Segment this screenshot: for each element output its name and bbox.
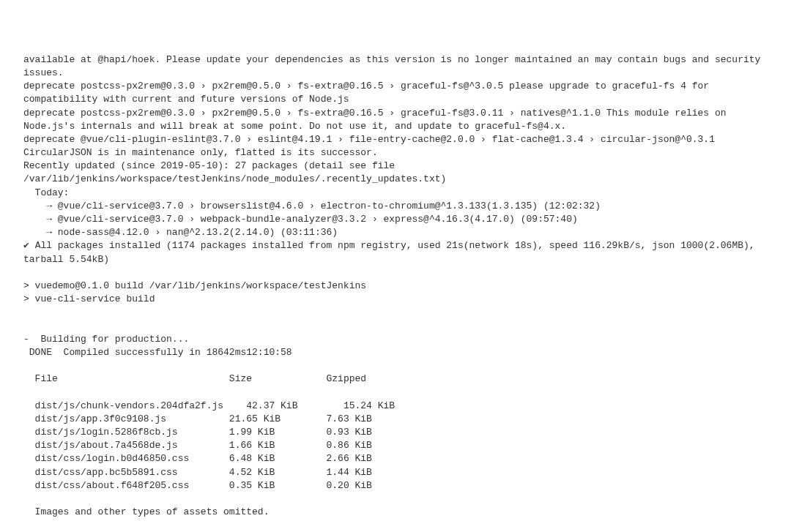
console-text-block: available at @hapi/hoek. Please update y…: [23, 54, 766, 532]
console-output: available at @hapi/hoek. Please update y…: [23, 53, 768, 532]
